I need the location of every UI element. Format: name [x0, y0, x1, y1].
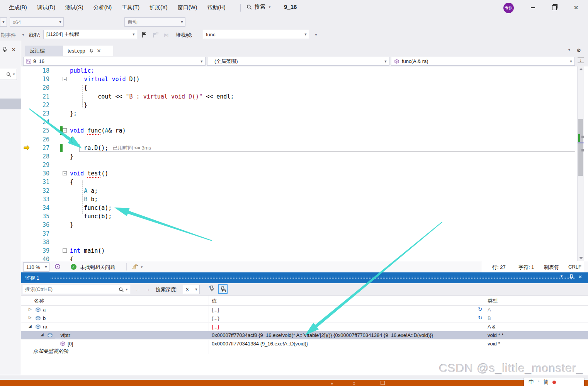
chevron-down-icon[interactable]: ▼ [22, 33, 25, 37]
code-line[interactable]: 39−int main() [21, 247, 588, 255]
pin-icon[interactable] [569, 274, 574, 279]
menu-item[interactable]: 帮助(H) [202, 4, 230, 11]
platform-combo[interactable]: x64▼ [10, 17, 64, 27]
flag-icon[interactable] [141, 32, 147, 38]
avatar[interactable]: 专张 [503, 3, 514, 13]
code-line[interactable]: 34 func(a); [21, 204, 588, 212]
expand-expander-icon[interactable]: ▷ [29, 307, 32, 311]
code-line[interactable]: 31{ [21, 178, 588, 186]
line-indicator[interactable]: 行: 27 [492, 264, 506, 271]
fold-toggle[interactable]: − [63, 77, 67, 81]
code-line[interactable]: 35 func(b); [21, 212, 588, 221]
strip-selected-row[interactable] [0, 99, 21, 109]
code-editor[interactable]: 18public:19− virtual void D()20 {21 cout… [21, 66, 588, 261]
chevron-down-icon[interactable]: ▼ [140, 265, 143, 269]
tabs-indicator[interactable]: 制表符 [544, 264, 559, 271]
code-line[interactable]: 22 } [21, 101, 588, 109]
code-line[interactable]: 40{ [21, 255, 588, 261]
expand-expander-icon[interactable]: ▷ [29, 315, 32, 320]
pin-icon[interactable] [89, 49, 93, 53]
zoom-combo[interactable]: 110 %▼ [23, 262, 49, 272]
code-line[interactable]: 21 cout << "B : virtual void D()" << end… [21, 92, 588, 101]
char-indicator[interactable]: 字符: 1 [518, 264, 534, 271]
code-line[interactable]: 37 [21, 230, 588, 238]
split-editor-icon[interactable]: ↕ [578, 58, 584, 63]
scrollbar-thumb[interactable] [578, 119, 583, 176]
pin-icon[interactable] [2, 47, 7, 52]
code-line[interactable]: 19− virtual void D() [21, 75, 588, 83]
menu-item[interactable]: 分析(N) [88, 4, 117, 11]
refresh-icon[interactable]: ↻ [478, 306, 483, 312]
column-type[interactable]: 类型 [488, 298, 498, 304]
watch-name[interactable]: a [43, 307, 46, 313]
watch-column-header[interactable]: 名称 值 类型 [21, 296, 588, 306]
close-icon[interactable]: ✕ [578, 274, 582, 280]
watch-row[interactable]: ◢ra{...}A & [21, 323, 588, 331]
vertical-scrollbar[interactable] [577, 66, 584, 261]
pin-member-names-toggle[interactable]: ab [218, 284, 228, 294]
cut-combo[interactable]: ▼ [0, 17, 7, 27]
eol-indicator[interactable]: CRLF [568, 264, 581, 270]
collapse-expander-icon[interactable]: ◢ [29, 324, 32, 328]
code-line[interactable]: 29 [21, 161, 588, 169]
column-name[interactable]: 名称 [34, 298, 44, 304]
watch-value[interactable]: 0x00007ff77034acf8 {9_16.exe!void(* A::`… [212, 332, 433, 338]
watch-name[interactable]: ra [43, 324, 48, 330]
events-label[interactable]: 期事件 [1, 32, 16, 39]
fold-toggle[interactable]: − [63, 128, 67, 133]
watch-value[interactable]: 0x00007ff770341384 {9_16.exe!A::D(void)} [212, 341, 308, 347]
menu-item[interactable]: 工具(T) [117, 4, 144, 11]
code-line[interactable]: 28} [21, 152, 588, 161]
code-cleanup-broom-icon[interactable] [132, 264, 139, 270]
tab-disassembly[interactable]: 反汇编 [25, 46, 63, 56]
code-line[interactable]: 33 B b; [21, 195, 588, 204]
scroll-up-arrow[interactable] [579, 68, 583, 70]
window-position-chevron-icon[interactable]: ▼ [560, 274, 563, 278]
menu-item[interactable]: 调试(D) [32, 4, 60, 11]
titlebar-search[interactable]: 搜索 ▼ [246, 3, 271, 10]
menu-item[interactable]: 测试(S) [60, 4, 88, 11]
perf-tip[interactable]: 已用时间 <= 3ms [113, 145, 151, 151]
watch-row[interactable]: ◢__vfptr0x00007ff77034acf8 {9_16.exe!voi… [21, 331, 588, 340]
code-line[interactable]: 23}; [21, 109, 588, 118]
watch-name[interactable]: __vfptr [55, 332, 70, 338]
watch-value[interactable]: {...} [212, 315, 219, 321]
watch-search-box[interactable]: 搜索(Ctrl+E) ▼ [22, 285, 130, 294]
fold-toggle[interactable]: − [63, 171, 67, 175]
toolbar-overflow-icon[interactable]: ▼ [314, 33, 318, 37]
column-value[interactable]: 值 [212, 298, 217, 304]
current-statement-arrow-icon[interactable] [24, 145, 30, 152]
code-line[interactable]: 26{ [21, 135, 588, 144]
project-combo[interactable]: 9_16 ▼ [23, 57, 206, 66]
chevron-down-icon[interactable]: ▼ [124, 288, 130, 291]
code-line[interactable]: 18public: [21, 66, 588, 75]
code-line[interactable]: 38 [21, 238, 588, 247]
code-line[interactable]: 30−void test() [21, 169, 588, 178]
code-line[interactable]: 27 ra.D();已用时间 <= 3ms [21, 144, 588, 152]
watch-title-bar[interactable]: 监视 1 ▼ ✕ [21, 272, 588, 283]
menu-item[interactable]: 窗口(W) [173, 4, 202, 11]
tab-testcpp[interactable]: test.cpp ✕ [63, 46, 113, 56]
code-line[interactable]: 32 A a; [21, 187, 588, 195]
strip-search-box[interactable]: ▼ [0, 69, 17, 80]
code-line[interactable]: 24 [21, 118, 588, 126]
menu-item[interactable]: 扩展(X) [144, 4, 173, 11]
watch-row[interactable]: [0]0x00007ff770341384 {9_16.exe!A::D(voi… [21, 340, 588, 348]
health-check-icon[interactable]: ✓ [71, 264, 76, 270]
member-combo[interactable]: func(A & ra) ▼ [391, 57, 575, 66]
add-watch-item[interactable]: 添加要监视的项 [33, 348, 68, 355]
pin-property-icon[interactable] [209, 286, 214, 291]
code-line[interactable]: 36} [21, 221, 588, 229]
tab-list-chevron-icon[interactable]: ▼ [567, 48, 571, 53]
scope-combo[interactable]: (全局范围) ▼ [207, 57, 389, 66]
code-line[interactable]: 20 { [21, 83, 588, 92]
fold-toggle[interactable]: − [63, 248, 67, 253]
watch-row[interactable]: ▷a{...}↻A [21, 306, 588, 314]
intellicode-icon[interactable] [54, 264, 61, 270]
watch-name[interactable]: [0] [68, 341, 73, 347]
minimize-button[interactable] [524, 0, 542, 15]
ime-indicator[interactable]: 中 ° 简 [524, 377, 584, 386]
gear-icon[interactable]: ⚙ [576, 48, 581, 53]
watch-value[interactable]: {...} [212, 324, 219, 330]
stackframe-combo[interactable]: func▼ [203, 30, 309, 39]
